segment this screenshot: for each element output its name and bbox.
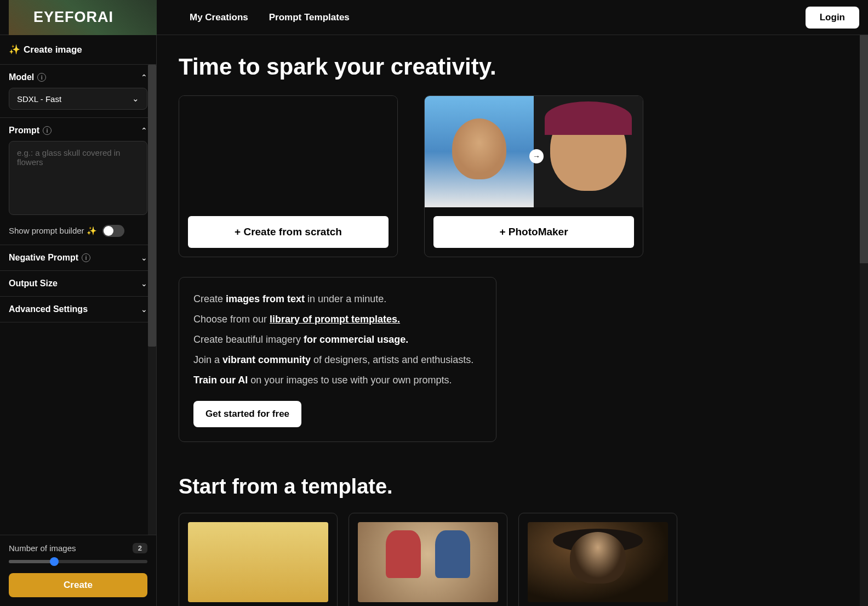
prompt-input[interactable] <box>9 141 147 215</box>
info-line: Train our AI on your images to use with … <box>193 373 482 388</box>
chevron-down-icon: ⌄ <box>141 305 147 314</box>
negative-prompt-label: Negative Prompt <box>9 253 78 263</box>
info-line: Create beautiful imagery for commercial … <box>193 332 482 347</box>
main-scrollbar[interactable] <box>860 35 868 606</box>
model-label: Model <box>9 72 34 82</box>
info-line: Create images from text in under a minut… <box>193 292 482 307</box>
template-card[interactable] <box>518 513 677 606</box>
template-image <box>528 522 668 602</box>
toggle-knob <box>104 226 113 236</box>
create-image-label: Create image <box>24 44 82 55</box>
slider-fill <box>9 560 54 563</box>
nav-prompt-templates[interactable]: Prompt Templates <box>269 12 350 23</box>
create-scratch-card[interactable]: + Create from scratch <box>179 95 398 257</box>
advanced-section: Advanced Settings ⌄ <box>0 297 156 322</box>
logo-text: EYEFORAI <box>33 9 113 26</box>
photomaker-button[interactable]: + PhotoMaker <box>433 216 634 248</box>
prompt-header[interactable]: Prompt i ⌃ <box>9 126 147 135</box>
sparkle-icon: ✨ <box>9 44 20 55</box>
create-image-header: ✨ Create image <box>0 35 156 65</box>
prompt-label: Prompt <box>9 126 39 135</box>
num-images-value: 2 <box>133 543 147 553</box>
advanced-header[interactable]: Advanced Settings ⌄ <box>9 304 147 314</box>
login-button[interactable]: Login <box>806 7 859 29</box>
info-line: Join a vibrant community of designers, a… <box>193 353 482 367</box>
templates-title: Start from a template. <box>179 475 846 499</box>
chevron-down-icon: ⌄ <box>141 253 147 262</box>
info-icon[interactable]: i <box>82 253 90 262</box>
negative-prompt-section: Negative Prompt i ⌄ <box>0 245 156 271</box>
output-size-label: Output Size <box>9 279 58 288</box>
info-icon[interactable]: i <box>37 73 46 82</box>
create-scratch-button[interactable]: + Create from scratch <box>188 216 389 248</box>
page-headline: Time to spark your creativity. <box>179 54 846 80</box>
scrollbar-thumb[interactable] <box>860 35 868 263</box>
templates-link[interactable]: library of prompt templates. <box>270 314 400 325</box>
template-image <box>358 522 498 602</box>
template-card[interactable] <box>179 513 338 606</box>
template-image <box>188 522 328 602</box>
nav-my-creations[interactable]: My Creations <box>190 12 248 23</box>
chevron-up-icon: ⌃ <box>141 126 147 135</box>
advanced-label: Advanced Settings <box>9 304 88 314</box>
model-header[interactable]: Model i ⌃ <box>9 72 147 82</box>
card-image: → <box>425 96 643 207</box>
negative-prompt-header[interactable]: Negative Prompt i ⌄ <box>9 253 147 263</box>
info-icon[interactable]: i <box>43 126 52 135</box>
chevron-down-icon: ⌄ <box>132 94 139 104</box>
face-after <box>534 96 643 207</box>
bottom-panel: Number of images 2 Create <box>0 535 156 606</box>
prompt-section: Prompt i ⌃ Show prompt builder ✨ <box>0 118 156 245</box>
get-started-button[interactable]: Get started for free <box>193 401 301 427</box>
show-builder-label: Show prompt builder ✨ <box>9 226 97 236</box>
model-value: SDXL - Fast <box>17 94 61 104</box>
model-section: Model i ⌃ SDXL - Fast ⌄ <box>0 65 156 118</box>
chevron-down-icon: ⌄ <box>141 279 147 288</box>
scrollbar-thumb[interactable] <box>148 65 156 347</box>
show-builder-toggle[interactable] <box>102 225 124 237</box>
main-content: Time to spark your creativity. + Create … <box>157 35 868 606</box>
template-card[interactable] <box>349 513 507 606</box>
output-size-header[interactable]: Output Size ⌄ <box>9 279 147 288</box>
chevron-up-icon: ⌃ <box>141 73 147 82</box>
output-size-section: Output Size ⌄ <box>0 271 156 297</box>
model-select[interactable]: SDXL - Fast ⌄ <box>9 88 147 110</box>
sidebar-scrollbar[interactable] <box>148 65 156 535</box>
create-button[interactable]: Create <box>9 573 147 597</box>
card-image <box>179 96 397 207</box>
face-before <box>425 96 534 207</box>
num-images-slider[interactable] <box>9 560 147 563</box>
logo[interactable]: EYEFORAI <box>9 0 157 35</box>
info-line: Choose from our library of prompt templa… <box>193 312 482 327</box>
num-images-label: Number of images <box>9 543 76 553</box>
sidebar: ✨ Create image Model i ⌃ SDXL - Fast ⌄ <box>0 35 157 606</box>
photomaker-card[interactable]: → + PhotoMaker <box>424 95 643 257</box>
slider-thumb[interactable] <box>50 557 59 566</box>
info-box: Create images from text in under a minut… <box>179 277 496 442</box>
